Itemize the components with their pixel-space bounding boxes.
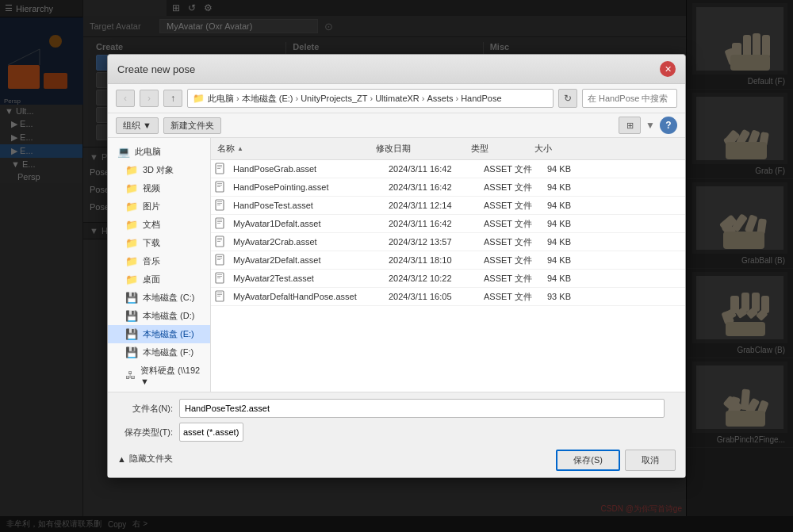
nav-back-btn[interactable]: ‹ — [116, 90, 135, 107]
file-row[interactable]: HandPoseTest.asset 2024/3/11 12:14 ASSET… — [211, 197, 685, 215]
dialog-body: 💻 此电脑 📁 3D 对象 📁 视频 📁 图片 — [108, 138, 685, 392]
sidebar-network-disk[interactable]: 🖧 资料硬盘 (\\192 ▼ — [108, 362, 210, 389]
svg-rect-73 — [217, 277, 220, 278]
svg-rect-51 — [217, 183, 222, 184]
dialog-buttons: 保存(S) 取消 — [556, 450, 676, 471]
sidebar-documents[interactable]: 📁 文档 — [108, 216, 210, 234]
col-name-header[interactable]: 名称 ▲ — [211, 141, 370, 156]
nav-forward-btn[interactable]: › — [140, 90, 159, 107]
sidebar-video[interactable]: 📁 视频 — [108, 179, 210, 197]
sidebar-disk-d[interactable]: 💾 本地磁盘 (D:) — [108, 307, 210, 325]
svg-rect-56 — [217, 203, 222, 204]
svg-rect-71 — [217, 274, 222, 275]
svg-rect-60 — [217, 221, 222, 222]
dialog-title: Create new pose — [117, 63, 195, 75]
nav-up-btn[interactable]: ↑ — [163, 90, 182, 107]
sidebar-3dobjects[interactable]: 📁 3D 对象 — [108, 161, 210, 179]
cancel-btn[interactable]: 取消 — [625, 450, 676, 471]
breadcrumb-bar: 📁 此电脑 › 本地磁盘 (E:) › UnityProjects_ZT › U… — [187, 89, 554, 108]
folder-desktop-icon: 📁 — [125, 274, 138, 285]
sidebar-pictures[interactable]: 📁 图片 — [108, 197, 210, 216]
svg-rect-55 — [217, 201, 222, 202]
save-btn[interactable]: 保存(S) — [556, 450, 620, 471]
sort-arrow: ▲ — [237, 145, 243, 152]
file-icon-8 — [214, 290, 227, 303]
folder-dl-icon: 📁 — [125, 237, 138, 249]
disk-e-icon: 💾 — [125, 328, 138, 340]
search-input[interactable] — [582, 89, 677, 108]
filetype-select-wrapper: asset (*.asset) — [179, 423, 676, 442]
breadcrumb-ultimatexr[interactable]: UltimateXR — [375, 94, 419, 103]
filename-row: 文件名(N): — [117, 399, 676, 418]
file-list: HandPoseGrab.asset 2024/3/11 16:42 ASSET… — [211, 160, 685, 392]
unity-editor: ☰ Hierarchy Persp ▼ Ult... ▶ E... ▶ E...… — [0, 0, 793, 532]
file-row[interactable]: MyAvatar1Defalt.asset 2024/3/11 16:42 AS… — [211, 215, 685, 233]
sidebar-desktop[interactable]: 📁 桌面 — [108, 270, 210, 289]
svg-rect-75 — [217, 293, 222, 293]
filetype-select[interactable]: asset (*.asset) — [179, 423, 243, 442]
file-row[interactable]: MyAvatar2Crab.asset 2024/3/12 13:57 ASSE… — [211, 233, 685, 251]
svg-rect-57 — [217, 205, 220, 205]
sidebar-disk-c[interactable]: 💾 本地磁盘 (C:) — [108, 289, 210, 307]
svg-rect-52 — [217, 185, 222, 186]
svg-rect-68 — [217, 258, 222, 258]
file-row[interactable]: MyAvatar2Test.asset 2024/3/12 10:22 ASSE… — [211, 270, 685, 288]
breadcrumb-sep-5: › — [455, 94, 458, 103]
file-row[interactable]: HandPosePointing.asset 2024/3/11 16:42 A… — [211, 178, 685, 197]
file-dialog-overlay: Create new pose ✕ ‹ › ↑ 📁 此电脑 › 本地磁盘 (E:… — [0, 0, 793, 532]
disk-c-icon: 💾 — [125, 292, 138, 304]
sidebar-disk-e[interactable]: 💾 本地磁盘 (E:) — [108, 325, 210, 343]
svg-rect-49 — [217, 168, 220, 169]
sidebar-music[interactable]: 📁 音乐 — [108, 252, 210, 270]
svg-rect-63 — [217, 238, 222, 239]
hide-folder-label: 隐藏文件夹 — [129, 453, 173, 465]
svg-rect-72 — [217, 276, 222, 277]
breadcrumb-handpose[interactable]: HandPose — [461, 94, 501, 103]
breadcrumb-computer[interactable]: 此电脑 — [208, 93, 234, 105]
svg-rect-65 — [217, 241, 220, 242]
disk-d-icon: 💾 — [125, 310, 138, 322]
breadcrumb-assets[interactable]: Assets — [427, 94, 453, 103]
svg-rect-77 — [217, 296, 220, 297]
file-row[interactable]: MyAvatar2Defalt.asset 2024/3/11 18:10 AS… — [211, 251, 685, 270]
file-dialog: Create new pose ✕ ‹ › ↑ 📁 此电脑 › 本地磁盘 (E:… — [107, 54, 686, 478]
refresh-btn[interactable]: ↻ — [558, 89, 577, 108]
svg-rect-69 — [217, 259, 220, 260]
col-date-header[interactable]: 修改日期 — [370, 141, 465, 156]
breadcrumb-sep-1: › — [236, 94, 239, 103]
view-toggle-btn[interactable]: ⊞ — [619, 117, 641, 134]
disk-f-icon: 💾 — [125, 346, 138, 358]
breadcrumb-sep-2: › — [295, 94, 298, 103]
file-row[interactable]: HandPoseGrab.asset 2024/3/11 16:42 ASSET… — [211, 160, 685, 178]
new-folder-btn[interactable]: 新建文件夹 — [163, 117, 221, 134]
file-list-header: 名称 ▲ 修改日期 类型 大小 — [211, 138, 685, 160]
dialog-nav: ‹ › ↑ 📁 此电脑 › 本地磁盘 (E:) › UnityProjects_… — [108, 84, 685, 113]
filetype-label: 保存类型(T): — [117, 427, 173, 438]
sidebar-disk-f[interactable]: 💾 本地磁盘 (F:) — [108, 343, 210, 362]
view-arrow[interactable]: ▼ — [646, 120, 655, 131]
svg-rect-67 — [217, 256, 222, 257]
filename-input[interactable] — [179, 399, 665, 418]
col-type-header[interactable]: 类型 — [465, 141, 528, 156]
folder-pic-icon: 📁 — [125, 201, 138, 212]
svg-rect-53 — [217, 186, 220, 187]
col-size-header[interactable]: 大小 — [528, 141, 576, 156]
svg-rect-76 — [217, 294, 222, 295]
hide-folder-toggle[interactable]: ▲ 隐藏文件夹 — [117, 453, 173, 465]
file-icon-4 — [214, 217, 227, 230]
sidebar-downloads[interactable]: 📁 下载 — [108, 234, 210, 252]
dialog-bottom: 文件名(N): 保存类型(T): asset (*.asset) ▲ — [108, 392, 685, 477]
computer-icon: 💻 — [117, 146, 130, 158]
folder-3d-icon: 📁 — [125, 164, 138, 176]
dialog-close-btn[interactable]: ✕ — [660, 61, 676, 77]
help-btn[interactable]: ? — [660, 117, 677, 134]
breadcrumb-unityprojects[interactable]: UnityProjects_ZT — [301, 94, 367, 103]
svg-rect-64 — [217, 239, 222, 240]
breadcrumb-disk-e[interactable]: 本地磁盘 (E:) — [242, 93, 293, 105]
file-row[interactable]: MyAvatarDefaltHandPose.asset 2024/3/11 1… — [211, 288, 685, 306]
file-icon-1 — [214, 163, 227, 175]
sidebar-computer[interactable]: 💻 此电脑 — [108, 143, 210, 161]
organize-btn[interactable]: 组织 ▼ — [116, 117, 159, 134]
folder-music-icon: 📁 — [125, 255, 138, 267]
dialog-footer: ▲ 隐藏文件夹 保存(S) 取消 — [117, 446, 676, 471]
